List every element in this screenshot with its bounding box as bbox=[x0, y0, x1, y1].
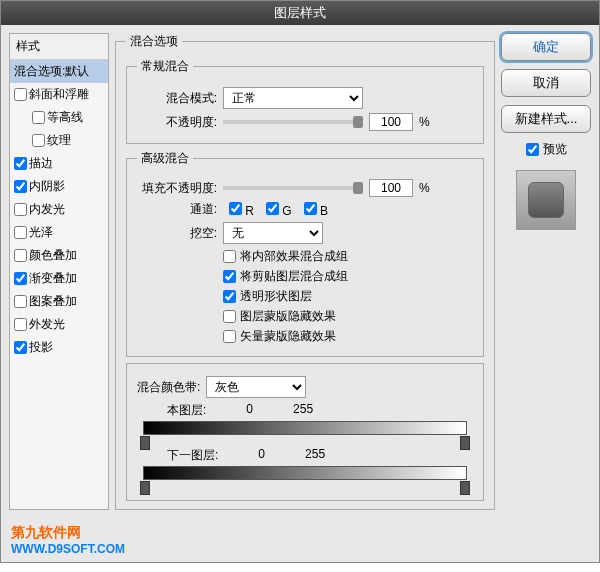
advanced-check-row[interactable]: 将剪贴图层混合成组 bbox=[223, 268, 473, 285]
knockout-select[interactable]: 无 bbox=[223, 222, 323, 244]
advanced-check-label: 透明形状图层 bbox=[240, 288, 312, 305]
sidebar-item[interactable]: 混合选项:默认 bbox=[10, 60, 108, 83]
sidebar-item-label: 描边 bbox=[29, 155, 53, 172]
sidebar-checkbox[interactable] bbox=[14, 249, 27, 262]
right-panel: 确定 取消 新建样式... 预览 bbox=[501, 33, 591, 510]
advanced-checkbox[interactable] bbox=[223, 270, 236, 283]
this-layer-slider[interactable] bbox=[143, 421, 467, 435]
blend-options-legend: 混合选项 bbox=[126, 33, 182, 50]
sidebar-item-label: 图案叠加 bbox=[29, 293, 77, 310]
fill-opacity-label: 填充不透明度: bbox=[137, 180, 217, 197]
this-low: 0 bbox=[246, 402, 253, 419]
advanced-checkbox[interactable] bbox=[223, 330, 236, 343]
advanced-check-row[interactable]: 透明形状图层 bbox=[223, 288, 473, 305]
sidebar-item-label: 光泽 bbox=[29, 224, 53, 241]
sidebar-checkbox[interactable] bbox=[14, 226, 27, 239]
sidebar-item-label: 纹理 bbox=[47, 132, 71, 149]
channel-r-checkbox[interactable] bbox=[229, 202, 242, 215]
opacity-input[interactable] bbox=[369, 113, 413, 131]
channel-label: 通道: bbox=[137, 201, 217, 218]
sidebar-item-label: 内阴影 bbox=[29, 178, 65, 195]
sidebar-item[interactable]: 内阴影 bbox=[10, 175, 108, 198]
sidebar-item[interactable]: 描边 bbox=[10, 152, 108, 175]
this-high-handle[interactable] bbox=[460, 436, 470, 450]
sidebar-checkbox[interactable] bbox=[14, 318, 27, 331]
cancel-button[interactable]: 取消 bbox=[501, 69, 591, 97]
watermark: 第九软件网 WWW.D9SOFT.COM bbox=[1, 518, 599, 562]
sidebar-checkbox[interactable] bbox=[14, 88, 27, 101]
watermark-url: WWW.D9SOFT.COM bbox=[11, 542, 589, 556]
advanced-check-row[interactable]: 将内部效果混合成组 bbox=[223, 248, 473, 265]
blend-mode-select[interactable]: 正常 bbox=[223, 87, 363, 109]
channel-g[interactable]: G bbox=[266, 202, 292, 218]
channel-b-checkbox[interactable] bbox=[304, 202, 317, 215]
blend-if-select[interactable]: 灰色 bbox=[206, 376, 306, 398]
sidebar-item[interactable]: 外发光 bbox=[10, 313, 108, 336]
opacity-slider[interactable] bbox=[223, 120, 363, 124]
under-high-handle[interactable] bbox=[460, 481, 470, 495]
under-low: 0 bbox=[258, 447, 265, 464]
channel-g-checkbox[interactable] bbox=[266, 202, 279, 215]
advanced-check-label: 矢量蒙版隐藏效果 bbox=[240, 328, 336, 345]
advanced-checkbox[interactable] bbox=[223, 290, 236, 303]
preview-swatch bbox=[528, 182, 564, 218]
sidebar-item[interactable]: 内发光 bbox=[10, 198, 108, 221]
preview-toggle[interactable]: 预览 bbox=[501, 141, 591, 158]
new-style-button[interactable]: 新建样式... bbox=[501, 105, 591, 133]
this-low-handle[interactable] bbox=[140, 436, 150, 450]
watermark-brand: 第九软件网 bbox=[11, 524, 81, 540]
advanced-checkbox[interactable] bbox=[223, 250, 236, 263]
advanced-check-label: 将剪贴图层混合成组 bbox=[240, 268, 348, 285]
advanced-blend-legend: 高级混合 bbox=[137, 150, 193, 167]
sidebar-item[interactable]: 图案叠加 bbox=[10, 290, 108, 313]
sidebar-checkbox[interactable] bbox=[14, 180, 27, 193]
under-layer-label: 下一图层: bbox=[167, 447, 218, 464]
channel-b[interactable]: B bbox=[304, 202, 328, 218]
sidebar-checkbox[interactable] bbox=[14, 295, 27, 308]
sidebar-checkbox[interactable] bbox=[14, 157, 27, 170]
sidebar-checkbox[interactable] bbox=[32, 134, 45, 147]
channel-r[interactable]: R bbox=[229, 202, 254, 218]
fill-pct: % bbox=[419, 181, 430, 195]
this-layer-label: 本图层: bbox=[167, 402, 206, 419]
ok-button[interactable]: 确定 bbox=[501, 33, 591, 61]
sidebar-item[interactable]: 投影 bbox=[10, 336, 108, 359]
fill-opacity-input[interactable] bbox=[369, 179, 413, 197]
under-low-handle[interactable] bbox=[140, 481, 150, 495]
sidebar-item-label: 内发光 bbox=[29, 201, 65, 218]
under-layer-slider[interactable] bbox=[143, 466, 467, 480]
dialog-content: 样式 混合选项:默认斜面和浮雕等高线纹理描边内阴影内发光光泽颜色叠加渐变叠加图案… bbox=[1, 25, 599, 518]
knockout-label: 挖空: bbox=[137, 225, 217, 242]
sidebar-item-label: 斜面和浮雕 bbox=[29, 86, 89, 103]
advanced-check-row[interactable]: 矢量蒙版隐藏效果 bbox=[223, 328, 473, 345]
sidebar-checkbox[interactable] bbox=[32, 111, 45, 124]
sidebar-item-label: 投影 bbox=[29, 339, 53, 356]
advanced-check-label: 将内部效果混合成组 bbox=[240, 248, 348, 265]
sidebar-checkbox[interactable] bbox=[14, 203, 27, 216]
under-high: 255 bbox=[305, 447, 325, 464]
titlebar: 图层样式 bbox=[1, 1, 599, 25]
sidebar-item[interactable]: 纹理 bbox=[10, 129, 108, 152]
advanced-check-row[interactable]: 图层蒙版隐藏效果 bbox=[223, 308, 473, 325]
advanced-check-label: 图层蒙版隐藏效果 bbox=[240, 308, 336, 325]
sidebar-checkbox[interactable] bbox=[14, 272, 27, 285]
preview-thumbnail bbox=[516, 170, 576, 230]
sidebar-item[interactable]: 颜色叠加 bbox=[10, 244, 108, 267]
opacity-label: 不透明度: bbox=[137, 114, 217, 131]
sidebar-item-label: 混合选项:默认 bbox=[14, 63, 89, 80]
advanced-checkbox[interactable] bbox=[223, 310, 236, 323]
blend-options-group: 混合选项 常规混合 混合模式: 正常 不透明度: % bbox=[115, 33, 495, 510]
sidebar-item[interactable]: 光泽 bbox=[10, 221, 108, 244]
preview-checkbox[interactable] bbox=[526, 143, 539, 156]
fill-opacity-slider[interactable] bbox=[223, 186, 363, 190]
sidebar-item[interactable]: 渐变叠加 bbox=[10, 267, 108, 290]
layer-style-dialog: 图层样式 样式 混合选项:默认斜面和浮雕等高线纹理描边内阴影内发光光泽颜色叠加渐… bbox=[0, 0, 600, 563]
sidebar-checkbox[interactable] bbox=[14, 341, 27, 354]
sidebar-item[interactable]: 等高线 bbox=[10, 106, 108, 129]
sidebar-item-label: 渐变叠加 bbox=[29, 270, 77, 287]
advanced-blend-group: 高级混合 填充不透明度: % 通道: R G B 挖空: bbox=[126, 150, 484, 357]
sidebar-item-label: 等高线 bbox=[47, 109, 83, 126]
window-title: 图层样式 bbox=[274, 5, 326, 20]
styles-sidebar: 样式 混合选项:默认斜面和浮雕等高线纹理描边内阴影内发光光泽颜色叠加渐变叠加图案… bbox=[9, 33, 109, 510]
sidebar-item[interactable]: 斜面和浮雕 bbox=[10, 83, 108, 106]
